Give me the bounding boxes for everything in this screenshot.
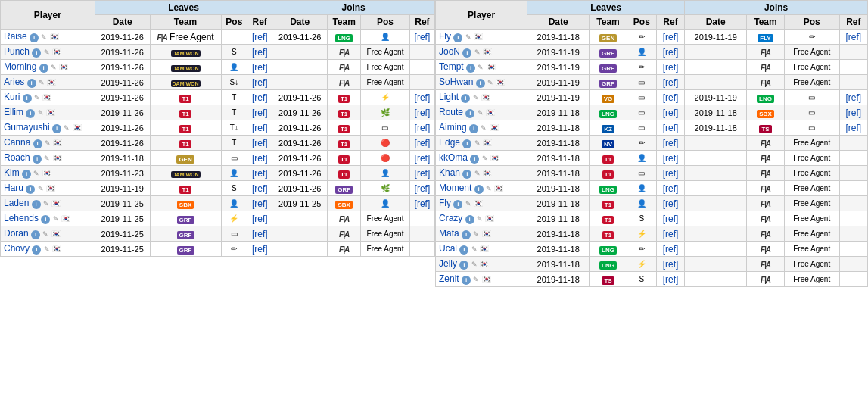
- l-ref-link[interactable]: [ref]: [663, 183, 679, 194]
- l-ref-link[interactable]: [ref]: [252, 244, 268, 255]
- l-ref-link[interactable]: [ref]: [252, 62, 268, 73]
- player-link[interactable]: Haru: [4, 183, 23, 193]
- player-link[interactable]: Doran: [4, 228, 29, 239]
- j-ref-cell[interactable]: [839, 136, 867, 151]
- j-ref-link[interactable]: [ref]: [415, 168, 431, 179]
- l-ref-link[interactable]: [ref]: [252, 229, 268, 239]
- l-ref-link[interactable]: [ref]: [252, 183, 268, 194]
- l-ref-cell[interactable]: [ref]: [247, 105, 272, 120]
- l-ref-link[interactable]: [ref]: [663, 198, 679, 209]
- j-ref-cell[interactable]: [ref]: [409, 181, 434, 196]
- l-ref-cell[interactable]: [ref]: [656, 151, 684, 166]
- j-ref-link[interactable]: [ref]: [415, 92, 431, 103]
- edit-icon[interactable]: ✎: [473, 276, 479, 283]
- edit-icon[interactable]: ✎: [465, 33, 471, 41]
- l-ref-cell[interactable]: [ref]: [247, 151, 272, 166]
- l-ref-cell[interactable]: [ref]: [247, 211, 272, 226]
- info-icon[interactable]: i: [31, 230, 40, 239]
- j-ref-cell[interactable]: [839, 226, 867, 242]
- j-ref-link[interactable]: [ref]: [415, 123, 431, 133]
- l-ref-cell[interactable]: [ref]: [247, 166, 272, 181]
- j-ref-cell[interactable]: [ref]: [409, 30, 434, 45]
- edit-icon[interactable]: ✎: [482, 155, 488, 162]
- j-ref-cell[interactable]: [839, 166, 867, 181]
- l-ref-link[interactable]: [ref]: [663, 108, 679, 118]
- info-icon[interactable]: i: [466, 64, 475, 73]
- player-link[interactable]: Laden: [4, 198, 29, 208]
- player-link[interactable]: Kuri: [4, 92, 20, 102]
- l-ref-link[interactable]: [ref]: [663, 77, 679, 88]
- player-link[interactable]: Route: [439, 107, 463, 117]
- j-ref-link[interactable]: [ref]: [415, 108, 431, 118]
- player-link[interactable]: Mata: [439, 228, 459, 239]
- edit-icon[interactable]: ✎: [44, 48, 50, 56]
- edit-icon[interactable]: ✎: [478, 64, 484, 71]
- j-ref-cell[interactable]: [839, 181, 867, 196]
- info-icon[interactable]: i: [459, 261, 468, 270]
- edit-icon[interactable]: ✎: [53, 215, 59, 223]
- player-link[interactable]: Crazy: [439, 213, 462, 223]
- l-ref-cell[interactable]: [ref]: [247, 242, 272, 257]
- j-ref-cell[interactable]: [ref]: [839, 90, 867, 105]
- l-ref-cell[interactable]: [ref]: [656, 257, 684, 272]
- info-icon[interactable]: i: [41, 215, 50, 224]
- l-ref-cell[interactable]: [ref]: [656, 105, 684, 120]
- l-ref-link[interactable]: [ref]: [252, 198, 268, 209]
- info-icon[interactable]: i: [33, 139, 42, 148]
- info-icon[interactable]: i: [453, 33, 462, 42]
- j-ref-cell[interactable]: [ref]: [409, 120, 434, 136]
- l-ref-cell[interactable]: [ref]: [247, 226, 272, 242]
- info-icon[interactable]: i: [469, 124, 478, 133]
- edit-icon[interactable]: ✎: [474, 48, 481, 56]
- j-ref-cell[interactable]: [839, 75, 867, 90]
- edit-icon[interactable]: ✎: [473, 230, 479, 238]
- l-ref-cell[interactable]: [ref]: [656, 75, 684, 90]
- edit-icon[interactable]: ✎: [38, 109, 44, 117]
- edit-icon[interactable]: ✎: [471, 245, 478, 253]
- info-icon[interactable]: i: [26, 109, 35, 118]
- edit-icon[interactable]: ✎: [41, 33, 47, 41]
- player-link[interactable]: Kim: [4, 167, 20, 178]
- player-link[interactable]: SoHwan: [439, 77, 473, 87]
- edit-icon[interactable]: ✎: [64, 124, 70, 132]
- j-ref-link[interactable]: [ref]: [415, 32, 431, 42]
- l-ref-cell[interactable]: [ref]: [656, 272, 684, 287]
- info-icon[interactable]: i: [459, 245, 468, 255]
- l-ref-link[interactable]: [ref]: [252, 123, 268, 133]
- edit-icon[interactable]: ✎: [44, 155, 50, 162]
- j-ref-link[interactable]: [ref]: [845, 92, 861, 103]
- edit-icon[interactable]: ✎: [42, 230, 48, 238]
- info-icon[interactable]: i: [32, 245, 41, 255]
- info-icon[interactable]: i: [465, 109, 474, 118]
- l-ref-link[interactable]: [ref]: [252, 32, 268, 42]
- l-ref-cell[interactable]: [ref]: [656, 181, 684, 196]
- player-link[interactable]: Chovy: [4, 243, 30, 254]
- j-ref-link[interactable]: [ref]: [415, 198, 431, 209]
- j-ref-cell[interactable]: [839, 242, 867, 257]
- edit-icon[interactable]: ✎: [43, 200, 49, 208]
- l-ref-link[interactable]: [ref]: [663, 47, 679, 58]
- l-ref-cell[interactable]: [ref]: [656, 120, 684, 136]
- j-ref-cell[interactable]: [ref]: [409, 166, 434, 181]
- l-ref-link[interactable]: [ref]: [663, 92, 679, 103]
- player-link[interactable]: Light: [439, 92, 459, 102]
- j-ref-cell[interactable]: [409, 60, 434, 75]
- j-ref-cell[interactable]: [ref]: [839, 120, 867, 136]
- info-icon[interactable]: i: [22, 170, 31, 179]
- info-icon[interactable]: i: [461, 94, 470, 103]
- j-ref-cell[interactable]: [839, 211, 867, 226]
- player-link[interactable]: Aries: [4, 77, 24, 87]
- l-ref-link[interactable]: [ref]: [663, 62, 679, 73]
- edit-icon[interactable]: ✎: [34, 94, 40, 102]
- edit-icon[interactable]: ✎: [33, 170, 39, 177]
- info-icon[interactable]: i: [39, 64, 48, 73]
- player-link[interactable]: Ucal: [439, 243, 457, 254]
- j-ref-link[interactable]: [ref]: [845, 123, 861, 133]
- edit-icon[interactable]: ✎: [38, 185, 44, 192]
- player-link[interactable]: Punch: [4, 46, 30, 57]
- l-ref-cell[interactable]: [ref]: [656, 90, 684, 105]
- l-ref-cell[interactable]: [ref]: [656, 45, 684, 60]
- l-ref-link[interactable]: [ref]: [663, 259, 679, 270]
- l-ref-cell[interactable]: [ref]: [656, 136, 684, 151]
- info-icon[interactable]: i: [470, 155, 479, 164]
